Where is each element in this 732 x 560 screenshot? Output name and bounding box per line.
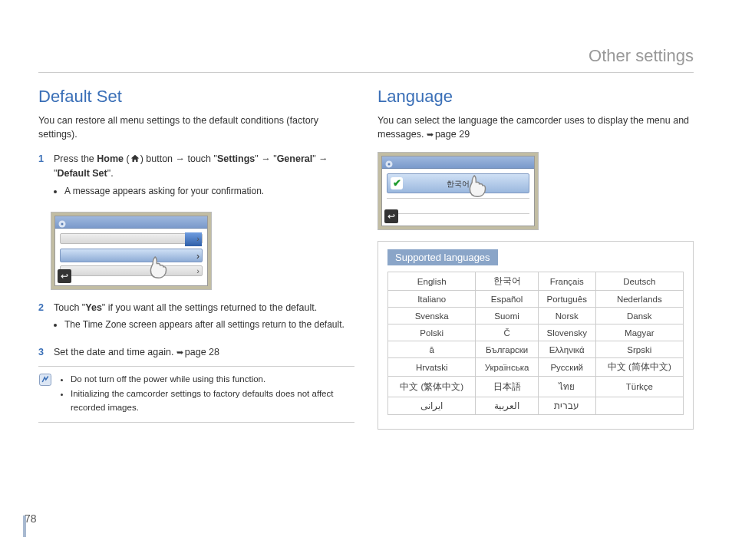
language-cell: Suomi (476, 308, 538, 324)
supported-languages-header: Supported languages (387, 249, 498, 265)
language-cell: Hrvatski (388, 358, 476, 377)
step-1-body: Press the Home () button → touch "Settin… (54, 152, 354, 206)
language-cell: العربية (476, 397, 538, 415)
home-icon (130, 153, 140, 164)
page-category-header: Other settings (38, 46, 694, 73)
svg-point-4 (388, 163, 391, 166)
list-row: › (60, 265, 203, 276)
svg-point-1 (61, 222, 64, 225)
language-cell: Italiano (388, 291, 476, 308)
text: You can select the language the camcorde… (378, 115, 689, 140)
page-number: 78 (25, 512, 37, 525)
note-icon (38, 373, 52, 387)
text: ) button → touch " (140, 153, 217, 164)
gear-icon (58, 218, 67, 227)
language-cell: ایرانی (388, 397, 476, 415)
language-cell: 中文 (繁体中文) (388, 377, 476, 397)
language-cell: Slovensky (538, 324, 595, 341)
step-1: 1 Press the Home () button → touch "Sett… (38, 152, 354, 206)
language-cell: Українська (476, 358, 538, 377)
list-row: › (60, 233, 203, 244)
page-accent-bar (23, 516, 26, 537)
language-cell: Français (538, 272, 595, 291)
chevron-right-icon: › (196, 251, 199, 262)
language-cell: Polski (388, 324, 476, 341)
selected-language-row: ✔ 한국어 (387, 173, 529, 193)
step-3-body: Set the date and time again. page 28 (54, 345, 219, 360)
language-cell: Português (538, 291, 595, 308)
language-cell: Svenska (388, 308, 476, 324)
supported-languages-box: Supported languages English한국어FrançaisDe… (378, 241, 694, 430)
language-cell: Norsk (538, 308, 595, 324)
language-cell: Ελληνικά (538, 341, 595, 358)
step-2: 2 Touch "Yes" if you want all the settin… (38, 301, 354, 340)
touch-hand-icon (140, 247, 175, 282)
label-home: Home (97, 153, 124, 164)
column-default-set: Default Set You can restore all menu set… (38, 87, 354, 430)
text: Press the (54, 153, 97, 164)
step-1-bullet: A message appears asking for your confir… (64, 184, 354, 198)
language-cell (595, 397, 683, 415)
text: Touch " (54, 302, 85, 313)
step-number: 2 (38, 301, 48, 340)
chevron-right-icon: › (196, 234, 199, 243)
label-general: General (277, 153, 313, 164)
language-cell: 中文 (简体中文) (595, 358, 683, 377)
intro-language: You can select the language the camcorde… (378, 114, 694, 141)
language-cell: Nederlands (595, 291, 683, 308)
gear-icon (384, 158, 394, 167)
language-cell: Č (476, 324, 538, 341)
step-2-bullet: The Time Zone screen appears after all s… (64, 318, 345, 331)
note-box: Do not turn off the power while using th… (38, 366, 354, 423)
heading-default-set: Default Set (38, 87, 354, 107)
touch-hand-icon (459, 166, 494, 201)
step-number: 3 (38, 345, 48, 360)
chevron-right-icon: › (196, 266, 199, 275)
note-item: Do not turn off the power while using th… (71, 373, 354, 386)
language-cell: Español (476, 291, 538, 308)
language-cell: Deutsch (595, 272, 683, 291)
column-language: Language You can select the language the… (378, 87, 694, 430)
text: ". (107, 168, 114, 179)
text: Set the date and time again. (54, 347, 176, 357)
language-cell: ă (388, 341, 476, 358)
language-cell: Srpski (595, 341, 683, 358)
step-3: 3 Set the date and time again. page 28 (38, 345, 354, 360)
heading-language: Language (378, 87, 694, 107)
language-table: English한국어FrançaisDeutschItalianoEspañol… (387, 272, 684, 415)
figure-default-set-screen: › › › ↩ (51, 212, 212, 290)
language-cell: English (388, 272, 476, 291)
language-cell: ไทย (538, 377, 595, 397)
language-cell: Dansk (595, 308, 683, 324)
back-icon: ↩ (58, 269, 71, 283)
language-cell: 한국어 (476, 272, 538, 291)
text: " if you want all the settings returned … (102, 302, 317, 313)
language-cell: Türkçe (595, 377, 683, 397)
label-yes: Yes (85, 302, 102, 313)
page-ref: page 29 (427, 128, 470, 142)
step-number: 1 (38, 152, 48, 206)
label-default-set: Default Set (57, 168, 107, 179)
language-cell: Русский (538, 358, 595, 377)
text: ( (124, 153, 130, 164)
intro-default-set: You can restore all menu settings to the… (38, 114, 354, 141)
page-ref: page 28 (176, 345, 219, 360)
note-item: Initializing the camcorder settings to f… (71, 387, 354, 414)
language-cell: עברית (538, 397, 595, 415)
language-cell: Български (476, 341, 538, 358)
list-row-selected: › (60, 249, 203, 262)
check-icon: ✔ (391, 177, 403, 189)
language-cell: 日本語 (476, 377, 538, 397)
figure-language-screen: ✔ 한국어 ↩ (378, 152, 539, 230)
step-2-body: Touch "Yes" if you want all the settings… (54, 301, 345, 340)
label-settings: Settings (217, 153, 255, 164)
text: " → " (255, 153, 276, 164)
language-cell: Magyar (595, 324, 683, 341)
back-icon: ↩ (384, 209, 398, 223)
